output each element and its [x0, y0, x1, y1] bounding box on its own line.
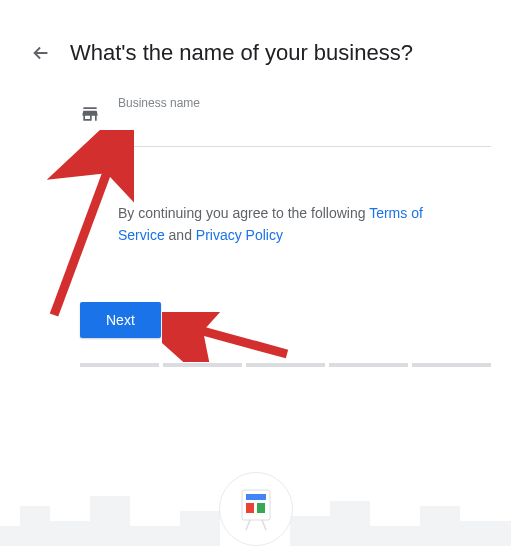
page-title: What's the name of your business?	[70, 40, 413, 66]
footer-illustration	[0, 456, 511, 546]
store-icon	[80, 104, 100, 128]
business-name-label: Business name	[118, 96, 491, 110]
progress-segment	[246, 363, 325, 367]
consent-and: and	[165, 227, 196, 243]
progress-segment	[163, 363, 242, 367]
consent-prefix: By continuing you agree to the following	[118, 205, 369, 221]
progress-segment	[412, 363, 491, 367]
progress-bar	[80, 363, 491, 367]
privacy-link[interactable]: Privacy Policy	[196, 227, 283, 243]
svg-rect-3	[257, 503, 265, 513]
progress-segment	[329, 363, 408, 367]
svg-rect-1	[246, 494, 266, 500]
business-name-input[interactable]	[118, 114, 491, 147]
billboard-icon	[219, 472, 293, 546]
back-arrow-icon[interactable]	[30, 42, 52, 64]
progress-segment	[80, 363, 159, 367]
svg-rect-2	[246, 503, 254, 513]
next-button[interactable]: Next	[80, 302, 161, 338]
consent-text: By continuing you agree to the following…	[118, 202, 491, 247]
